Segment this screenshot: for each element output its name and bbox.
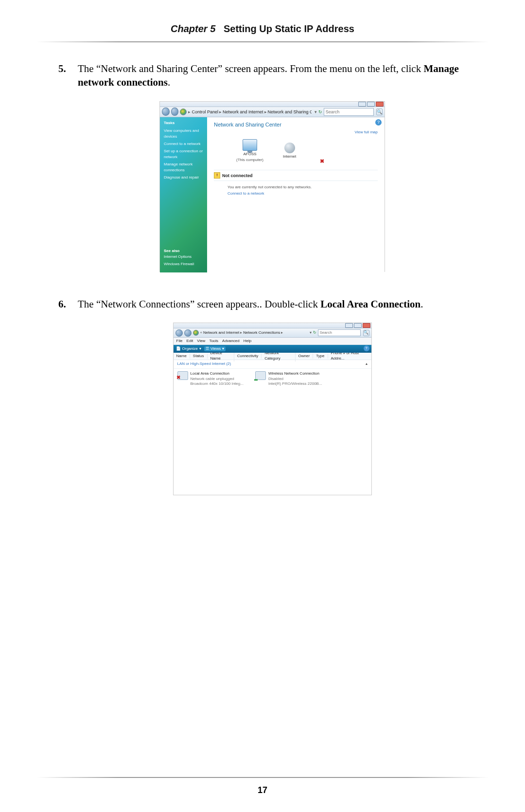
menu-help[interactable]: Help [244, 339, 251, 344]
internet-node: Internet [283, 143, 296, 160]
collapse-icon[interactable]: ▴ [366, 361, 368, 367]
menu-tools[interactable]: Tools [209, 339, 218, 344]
connect-to-network-link[interactable]: Connect to a network [214, 190, 378, 197]
search-input[interactable]: Search [324, 108, 374, 116]
close-button[interactable] [376, 102, 384, 107]
nic-icon: ✖ [177, 371, 188, 380]
step-5: 5. The “Network and Sharing Center” scre… [58, 62, 467, 289]
chapter-header: Chapter 5 Setting Up Static IP Address [0, 0, 525, 35]
menu-bar: File Edit View Tools Advanced Help [174, 338, 371, 345]
main-panel: ? Network and Sharing Center View full m… [207, 117, 385, 272]
help-icon[interactable]: ? [364, 345, 369, 351]
minimize-button[interactable] [358, 102, 366, 107]
menu-edit[interactable]: Edit [186, 339, 193, 344]
body-text: 5. The “Network and Sharing Center” scre… [0, 42, 525, 512]
step-6: 6. The “Network Connections” screen appe… [58, 297, 467, 512]
search-input[interactable]: Search [318, 329, 361, 336]
breadcrumb[interactable]: « Network and Internet ▸ Network Connect… [200, 330, 283, 336]
screenshot-2-wrap: « Network and Internet ▸ Network Connect… [78, 311, 467, 512]
local-area-connection-item[interactable]: ✖ Local Area Connection Network cable un… [177, 371, 244, 387]
step-number: 6. [58, 297, 66, 311]
connections-list: ✖ Local Area Connection Network cable un… [174, 369, 371, 389]
disconnected-x-icon: ✖ [320, 158, 324, 165]
status-subtext: You are currently not connected to any n… [214, 181, 378, 190]
step-text: The “Network and Sharing Center” screen … [78, 63, 423, 74]
help-icon[interactable]: ? [375, 119, 382, 126]
explorer-navbar: ▸ Control Panel ▸ Network and Internet ▸… [160, 107, 385, 117]
control-panel-icon [193, 330, 199, 336]
step-number: 5. [58, 62, 66, 75]
step-bold: Local Area Connection [320, 298, 420, 310]
tasks-heading: Tasks [164, 120, 203, 126]
network-map: AFOSS (This computer) Internet [207, 130, 385, 163]
views-button[interactable]: ☰ Views ▾ [204, 346, 226, 352]
wireless-connection-item[interactable]: ▂ Wireless Network Connection Disabled I… [255, 371, 322, 387]
screenshot-network-connections: « Network and Internet ▸ Network Connect… [173, 323, 372, 495]
sidebar-link-manage-network-connections[interactable]: Manage network connections [164, 162, 203, 173]
back-button[interactable] [162, 108, 170, 116]
maximize-button[interactable] [367, 102, 375, 107]
chapter-label: Chapter 5 [171, 23, 215, 34]
sidebar-link[interactable]: View computers and devices [164, 128, 203, 140]
sidebar-link[interactable]: Set up a connection or network [164, 148, 203, 160]
breadcrumb[interactable]: ▸ Control Panel ▸ Network and Internet ▸… [188, 109, 311, 115]
this-computer-node: AFOSS (This computer) [236, 139, 263, 163]
organize-bar: 📄 Organize ▾ ☰ Views ▾ ? [174, 345, 371, 353]
minimize-button[interactable] [345, 323, 353, 328]
view-full-map-link[interactable]: View full map [355, 130, 378, 135]
connection-status-row: ! Not connected [214, 170, 378, 181]
screenshot-1-wrap: ▸ Control Panel ▸ Network and Internet ▸… [78, 90, 467, 289]
footer-divider [36, 777, 489, 778]
tasks-sidebar: Tasks View computers and devices Connect… [160, 117, 207, 272]
maximize-button[interactable] [354, 323, 362, 328]
window-titlebar [160, 102, 385, 107]
globe-icon [284, 143, 295, 153]
search-icon[interactable]: 🔍 [363, 330, 369, 336]
sidebar-link[interactable]: Connect to a network [164, 141, 203, 147]
screenshot-network-sharing-center: ▸ Control Panel ▸ Network and Internet ▸… [159, 101, 385, 272]
window-titlebar [174, 323, 371, 328]
page-number: 17 [0, 785, 525, 795]
menu-view[interactable]: View [197, 339, 205, 344]
panel-heading: Network and Sharing Center [207, 117, 385, 130]
menu-advanced[interactable]: Advanced [222, 339, 240, 344]
organize-button[interactable]: 📄 Organize ▾ [176, 346, 201, 352]
control-panel-icon [180, 108, 187, 115]
forward-button[interactable] [184, 329, 192, 337]
search-icon[interactable]: 🔍 [376, 108, 383, 115]
warning-icon: ! [214, 172, 220, 179]
column-headers[interactable]: Name Status Device Name Connectivity Net… [174, 353, 371, 360]
see-also-heading: See also [164, 248, 194, 254]
document-page: Chapter 5 Setting Up Static IP Address 5… [0, 0, 525, 812]
explorer-navbar: « Network and Internet ▸ Network Connect… [174, 328, 371, 338]
computer-icon [243, 139, 257, 151]
sidebar-link[interactable]: Windows Firewall [164, 261, 194, 267]
menu-file[interactable]: File [176, 339, 183, 344]
back-button[interactable] [175, 329, 183, 337]
close-button[interactable] [363, 323, 370, 328]
forward-button[interactable] [171, 108, 179, 116]
sidebar-link[interactable]: Internet Options [164, 254, 194, 260]
sidebar-link[interactable]: Diagnose and repair [164, 175, 203, 180]
nic-icon: ▂ [255, 371, 266, 380]
chapter-title: Setting Up Static IP Address [224, 23, 354, 34]
step-text: The “Network Connections” screen appears… [78, 298, 320, 310]
